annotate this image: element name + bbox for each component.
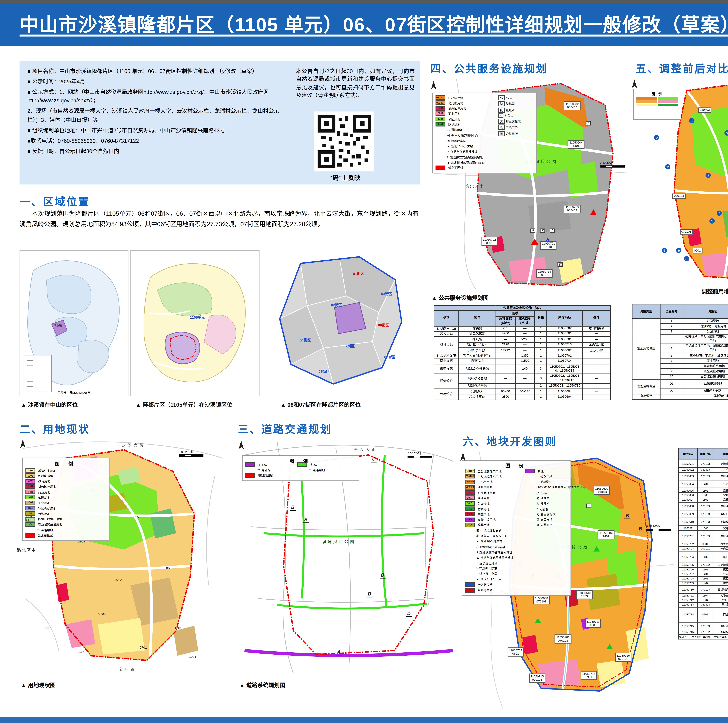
facilities-table-head: 公共服务及市政设施一览表类别项目规模数量所在地块备注用地面积 (㎡/处)建筑面积… bbox=[434, 306, 611, 326]
map-label: 08街区 bbox=[384, 355, 395, 359]
map-label: 01街区 bbox=[353, 272, 364, 275]
legend-label: 老年人日间照料中心 bbox=[451, 133, 478, 137]
scale-bar: 0 80 200米 bbox=[179, 450, 203, 457]
legend-item: 老 老年人日间照料中心 bbox=[465, 533, 525, 538]
legend-code: 1401 bbox=[28, 496, 33, 499]
table-row: 110507111504文物古迹用地15.79—————————————————… bbox=[679, 593, 728, 598]
table-cell: 1 bbox=[535, 326, 547, 332]
table-cell: 通信设施 bbox=[434, 374, 459, 389]
legend-label: 三类城镇住宅用地 bbox=[477, 474, 502, 478]
legend-item: 0901 商业用地 bbox=[465, 496, 525, 500]
legend-item: 1401 公园绿地 bbox=[436, 117, 498, 121]
table-cell: 二类城镇住宅用地 bbox=[713, 563, 728, 567]
legend-label: 农业设施建设用地 bbox=[38, 523, 62, 526]
legend-label: 规划附设式基站空间站址 bbox=[451, 160, 484, 164]
table-cell: 1 bbox=[535, 342, 547, 348]
table-cell: 8 bbox=[660, 364, 683, 369]
legend-label: 商业用地 bbox=[448, 112, 460, 116]
legend-code: 0901 bbox=[28, 491, 33, 493]
legend-swatch: 070102 bbox=[465, 469, 475, 473]
table-cell: — bbox=[515, 348, 534, 353]
legend-label: 规划范围线 bbox=[477, 588, 492, 592]
table-cell: 一类工业用地 bbox=[713, 547, 728, 551]
table-cell: 1 bbox=[535, 394, 547, 400]
table-cell: 11050603 bbox=[679, 472, 697, 480]
map-label: 06街区 bbox=[378, 323, 389, 327]
legend-label: 邻里文化家 bbox=[541, 512, 556, 516]
notice-item: ■联系电话：0760-88268930、0760-87317122 bbox=[28, 136, 288, 145]
legend-label: 街区范围线 bbox=[477, 582, 492, 587]
legend-label: 教育用地 bbox=[38, 479, 50, 483]
table-cell: 三类城镇住宅用地 bbox=[713, 622, 728, 630]
qr-caption: “码”上反映 bbox=[296, 173, 394, 182]
legend-code: 1503 bbox=[467, 513, 473, 515]
map-public-facilities: 080403 中小学用地 080404 幼儿园用地 0801 机关团体用地 09… bbox=[430, 76, 627, 291]
north-arrow-icon bbox=[460, 452, 466, 462]
legend-label: 生活垃圾收集站 bbox=[480, 529, 501, 532]
table-cell: 1401 bbox=[697, 572, 713, 576]
table-cell: 商业用地 bbox=[713, 607, 728, 622]
legend-label: 道路用地 bbox=[451, 128, 463, 132]
adjust-table-head: 调整类别位置编号调整前调整后调整后指标调整原因容积率建筑密度 （%）绿地率 （%… bbox=[632, 304, 728, 319]
table-cell: 7 bbox=[660, 358, 683, 364]
table-cell: 11050703 bbox=[679, 547, 697, 551]
legend-symbol: △ bbox=[447, 150, 449, 153]
legend-item: 1506 殡葬用地 bbox=[465, 523, 525, 527]
table-cell: 项目 bbox=[459, 311, 496, 326]
map-label: 0701 bbox=[139, 646, 147, 650]
legend-label: 中小学用地 bbox=[477, 480, 492, 484]
legend-swatch: 1401 bbox=[26, 495, 35, 500]
table-cell: 公园绿地 bbox=[683, 329, 728, 335]
table-cell: 肉菜市场 bbox=[459, 359, 496, 364]
legend-symbol: 小 bbox=[536, 491, 539, 495]
table-cell: 商业设施 bbox=[434, 359, 459, 364]
table-cell: 位置编号 bbox=[660, 304, 683, 319]
table-cell: 三类城镇住宅用地、城镇道路用地、商业用地 bbox=[683, 344, 728, 353]
legend-item: 5 建筑退让距离 bbox=[465, 566, 525, 570]
map-label: 06 bbox=[166, 566, 170, 570]
map-label: 03街区 bbox=[381, 292, 392, 296]
table-cell: 11050701 bbox=[679, 530, 697, 542]
table-cell: 2 bbox=[660, 324, 683, 329]
legend-item: 0801 机关团体用地 bbox=[26, 484, 106, 489]
legend-item: ⌂ 村委会 bbox=[525, 506, 565, 511]
table-cell: — bbox=[583, 332, 611, 337]
table-cell: 1 bbox=[535, 348, 547, 353]
map-label: A bbox=[336, 650, 342, 656]
table-cell: 1402 bbox=[697, 581, 713, 585]
table-row: 110507071401公园绿地6582.75——————————————85—… bbox=[679, 572, 728, 576]
table-cell: 三类城镇住宅用地 bbox=[713, 502, 728, 510]
table-cell: 1 bbox=[535, 337, 547, 342]
legend-item: 1001 工业用地 bbox=[26, 500, 106, 505]
legend-symbol: ▲ bbox=[447, 161, 450, 164]
table-cell: — bbox=[496, 337, 515, 342]
notice-items: ■ 项目名称：中山市沙溪镇隆都片区（1105 单元）06、07街区控制性详细规划… bbox=[28, 67, 288, 157]
table-cell: 幼儿园用地 bbox=[713, 602, 728, 607]
legend-label: 建议机动车出入口 bbox=[480, 577, 505, 581]
legend-item: 菜 肉菜市场 bbox=[498, 125, 532, 130]
legend-item: ▣ 生活垃圾收集站 bbox=[465, 528, 525, 533]
map-parcel-plan: 图 例 070102 二类城镇住宅用地 070103 三类城镇住宅用地 0804… bbox=[460, 448, 675, 709]
table-row: 11050713080404幼儿园用地2127.860.8————3035——1… bbox=[679, 602, 728, 607]
legend-item: 1503 宗教用地 bbox=[465, 512, 525, 517]
legend-label: 地块编码/用地性质代码 bbox=[555, 485, 585, 489]
table-row: 110506061503宗教用地252.62——————————————————… bbox=[679, 493, 728, 497]
map-label: 宝 珠 路 bbox=[119, 667, 135, 671]
legend-swatch: 1401 bbox=[436, 117, 445, 121]
map-label: 11050701 070103 bbox=[555, 634, 571, 643]
table-row: 110506041401公园绿地178816.4——————————————85… bbox=[679, 480, 728, 488]
table-cell: 宗教用地 bbox=[713, 497, 728, 502]
map-label: 070103 bbox=[680, 229, 693, 234]
table-cell: 三类城镇住宅用地 bbox=[713, 530, 728, 542]
map-label: 小 bbox=[585, 121, 590, 125]
table-cell: D1 bbox=[660, 379, 683, 389]
table-cell: 三类城镇住宅用地 bbox=[713, 518, 728, 526]
table-row: 11050715070103三类城镇住宅用地45153.801.5————303… bbox=[679, 622, 728, 630]
table-row: 类别项目规模数量所在地块备注 bbox=[434, 311, 611, 316]
legend-items: 080403 中小学用地 080404 幼儿园用地 0801 机关团体用地 09… bbox=[436, 95, 498, 171]
section4-heading: 四、公共服务设施规划 bbox=[430, 60, 548, 76]
table-cell: 1 bbox=[535, 359, 547, 364]
legend-symbol: 文 bbox=[536, 512, 539, 516]
table-cell: 0901 bbox=[697, 607, 713, 622]
legend-label: 规划附设式基站空间站址 bbox=[480, 556, 513, 559]
